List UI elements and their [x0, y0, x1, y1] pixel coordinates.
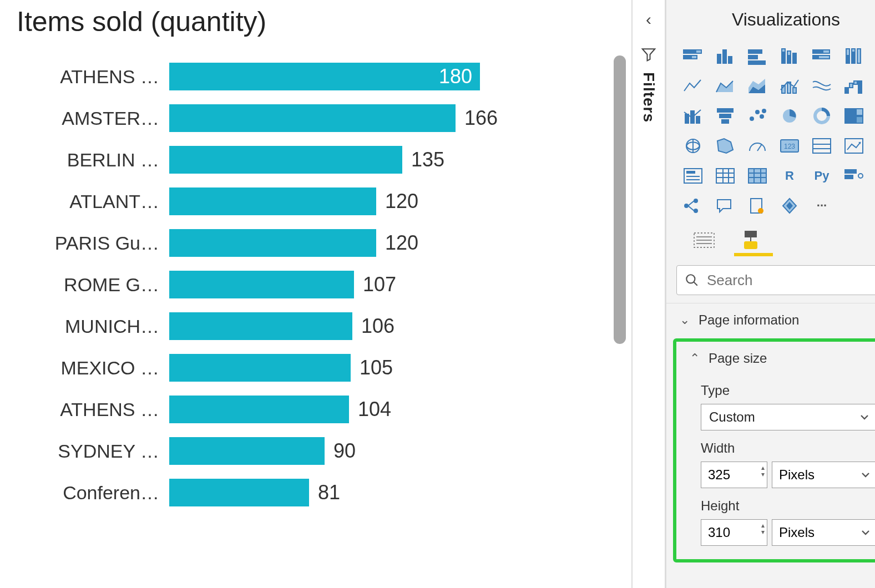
bar-row[interactable]: Conferen…81 — [17, 476, 620, 509]
bar-value-label: 166 — [464, 107, 498, 130]
visual-scatter-icon[interactable] — [744, 104, 771, 128]
svg-rect-11 — [782, 49, 785, 52]
visualizations-pane: Visualizations › 123RPy··· ⌄ Page in — [666, 0, 875, 588]
bar-row[interactable]: ATHENS …104 — [17, 393, 620, 426]
format-search[interactable] — [676, 265, 875, 295]
type-dropdown[interactable]: Custom — [701, 404, 875, 430]
bar-fill[interactable] — [169, 396, 349, 423]
type-value: Custom — [709, 409, 755, 425]
bar-category-label: PARIS Gu… — [17, 232, 169, 254]
bar-row[interactable]: MUNICH…106 — [17, 310, 620, 343]
visual-waterfall-icon[interactable] — [841, 74, 867, 98]
visual-power-apps-icon[interactable] — [776, 194, 803, 217]
visual-matrix-icon[interactable] — [744, 164, 771, 187]
visual-decomposition-tree-icon[interactable] — [680, 194, 706, 217]
visual-filled-map-icon[interactable] — [712, 134, 739, 158]
bar-track: 106 — [169, 312, 480, 340]
bar-value-label: 90 — [333, 439, 356, 463]
section-page-size[interactable]: ⌃ Page size — [676, 342, 875, 375]
visual-more-icon[interactable]: ··· — [808, 194, 835, 217]
format-search-input[interactable] — [707, 272, 875, 289]
filters-label: Filters — [640, 72, 657, 123]
svg-rect-27 — [845, 88, 848, 93]
visual-line-column-icon[interactable] — [776, 74, 803, 98]
visual-stacked-column-icon[interactable] — [776, 44, 803, 68]
visual-paginated-icon[interactable] — [744, 194, 771, 217]
bar-fill[interactable] — [169, 437, 325, 465]
visual-key-influencers-icon[interactable] — [841, 164, 867, 187]
visual-q-and-a-icon[interactable] — [712, 194, 739, 217]
bar-value-label: 135 — [411, 148, 444, 171]
svg-rect-85 — [744, 241, 757, 249]
visual-donut-icon[interactable] — [808, 104, 835, 128]
visual-area-icon[interactable] — [712, 74, 739, 98]
bar-row[interactable]: SYDNEY …90 — [17, 434, 620, 468]
bar-fill[interactable] — [169, 354, 351, 382]
visual-py-visual-icon[interactable]: Py — [808, 164, 835, 187]
pane-tabs — [666, 221, 875, 252]
bar-fill[interactable] — [169, 229, 376, 257]
bar-row[interactable]: MEXICO …105 — [17, 351, 620, 384]
visual-slicer-icon[interactable] — [680, 164, 706, 187]
spinner-icon[interactable]: ▴▾ — [761, 522, 765, 535]
expand-filters-button[interactable]: ‹ — [646, 10, 651, 29]
svg-rect-43 — [845, 109, 855, 123]
visual-kpi-icon[interactable] — [841, 134, 867, 158]
chevron-up-icon: ⌃ — [690, 351, 702, 366]
height-value: 310 — [708, 525, 730, 540]
bar-fill[interactable]: 180 — [169, 63, 480, 90]
visual-funnel-icon[interactable] — [712, 104, 739, 128]
visual-100pct-column-icon[interactable] — [841, 44, 867, 68]
visual-column-line-icon[interactable] — [680, 104, 706, 128]
svg-rect-28 — [849, 83, 853, 88]
bar-category-label: ATHENS … — [17, 399, 169, 420]
visual-multi-row-card-icon[interactable] — [808, 134, 835, 158]
svg-rect-22 — [852, 52, 855, 63]
svg-line-47 — [757, 144, 762, 151]
format-properties: ⌄ Page information ⌃ Page size Type Cust… — [666, 303, 875, 588]
bar-row[interactable]: AMSTER…166 — [17, 102, 620, 135]
chart-scrollbar[interactable] — [614, 55, 626, 544]
visual-treemap-icon[interactable] — [841, 104, 867, 128]
bar-value-label: 105 — [360, 356, 393, 379]
spinner-icon[interactable]: ▴▾ — [761, 464, 765, 478]
visual-stacked-area-icon[interactable] — [744, 74, 771, 98]
visual-stacked-bar-icon[interactable] — [680, 44, 706, 68]
bar-fill[interactable] — [169, 187, 376, 215]
height-input[interactable]: 310 ▴▾ — [701, 519, 767, 546]
width-input[interactable]: 325 ▴▾ — [701, 462, 767, 488]
visual-clustered-column-icon[interactable] — [712, 44, 739, 68]
bar-fill[interactable] — [169, 104, 456, 132]
width-unit-dropdown[interactable]: Pixels — [772, 462, 875, 488]
bar-category-label: ATHENS … — [17, 66, 169, 88]
visual-pie-icon[interactable] — [776, 104, 803, 128]
bar-fill[interactable] — [169, 479, 309, 506]
visual-line-icon[interactable] — [680, 74, 706, 98]
visual-map-globe-icon[interactable] — [680, 134, 706, 158]
bar-fill[interactable] — [169, 146, 402, 174]
visual-ribbon-icon[interactable] — [808, 74, 835, 98]
visual-gauge-icon[interactable] — [744, 134, 771, 158]
bar-row[interactable]: ATHENS …180 — [17, 60, 620, 93]
filters-icon — [640, 45, 657, 64]
svg-rect-69 — [845, 170, 856, 173]
svg-point-78 — [758, 208, 763, 214]
bar-fill[interactable] — [169, 312, 352, 340]
visual-r-visual-icon[interactable]: R — [776, 164, 803, 187]
bar-row[interactable]: PARIS Gu…120 — [17, 226, 620, 260]
visual-100pct-bar-icon[interactable] — [808, 44, 835, 68]
bar-fill[interactable] — [169, 271, 354, 298]
height-unit-dropdown[interactable]: Pixels — [772, 519, 875, 546]
section-page-information[interactable]: ⌄ Page information — [666, 303, 875, 336]
chart-scrollbar-thumb[interactable] — [614, 55, 626, 344]
width-value: 325 — [708, 467, 730, 483]
fields-tab[interactable] — [689, 229, 720, 252]
visual-table-icon[interactable] — [712, 164, 739, 187]
bar-row[interactable]: ATLANT…120 — [17, 185, 620, 218]
bar-row[interactable]: ROME G…107 — [17, 268, 620, 301]
bar-row[interactable]: BERLIN …135 — [17, 143, 620, 176]
format-tab[interactable] — [735, 229, 766, 252]
visual-card-number-icon[interactable]: 123 — [776, 134, 803, 158]
section-label: Page size — [709, 351, 767, 366]
visual-clustered-bar-icon[interactable] — [744, 44, 771, 68]
